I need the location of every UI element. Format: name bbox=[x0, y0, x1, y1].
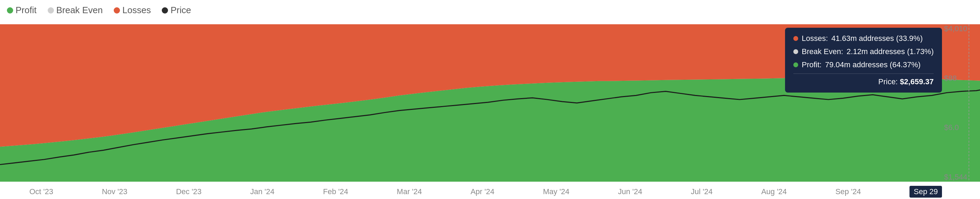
losses-dot bbox=[114, 7, 120, 13]
legend-price-label: Price bbox=[170, 5, 191, 16]
x-label-jul24: Jul '24 bbox=[691, 187, 713, 196]
tooltip: Losses: 41.63m addresses (33.9%) Break E… bbox=[785, 28, 942, 93]
x-label-may24: May '24 bbox=[543, 187, 570, 196]
y-label-right-high: $4,010 bbox=[944, 24, 978, 33]
x-label-dec23: Dec '23 bbox=[176, 187, 202, 196]
tooltip-breakeven-dot bbox=[793, 49, 798, 54]
x-label-apr24: Apr '24 bbox=[471, 187, 494, 196]
x-label-sep24: Sep '24 bbox=[835, 187, 861, 196]
tooltip-profit-label: Profit: bbox=[802, 60, 821, 69]
tooltip-breakeven-label: Break Even: bbox=[802, 47, 843, 56]
x-label-oct23: Oct '23 bbox=[29, 187, 53, 196]
legend-profit-label: Profit bbox=[16, 5, 37, 16]
tooltip-losses-row: Losses: 41.63m addresses (33.9%) bbox=[793, 34, 934, 43]
x-label-jan24: Jan '24 bbox=[250, 187, 274, 196]
tooltip-profit-dot bbox=[793, 63, 798, 67]
tooltip-profit-value: 79.04m addresses (64.37%) bbox=[825, 60, 921, 69]
tooltip-profit-row: Profit: 79.04m addresses (64.37%) bbox=[793, 60, 934, 69]
x-label-nov23: Nov '23 bbox=[102, 187, 127, 196]
tooltip-breakeven-value: 2.12m addresses (1.73%) bbox=[846, 47, 934, 56]
price-dot bbox=[162, 7, 168, 13]
tooltip-price-row: Price: $2,659.37 bbox=[793, 74, 934, 86]
tooltip-losses-value: 41.63m addresses (33.9%) bbox=[831, 34, 923, 43]
tooltip-losses-dot bbox=[793, 36, 798, 41]
x-label-active: Sep 29 bbox=[910, 186, 942, 197]
legend-breakeven-label: Break Even bbox=[56, 5, 103, 16]
x-label-mar24: Mar '24 bbox=[397, 187, 422, 196]
y-label-right-mid2: $6.0 bbox=[944, 123, 978, 132]
legend-losses-label: Losses bbox=[123, 5, 151, 16]
x-label-feb24: Feb '24 bbox=[323, 187, 348, 196]
y-label-right-mid1: $88 bbox=[944, 74, 978, 83]
legend-item-price: Price bbox=[162, 5, 191, 16]
tooltip-price-label: Price: bbox=[878, 77, 898, 86]
tooltip-losses-label: Losses: bbox=[802, 34, 828, 43]
legend-item-losses: Losses bbox=[114, 5, 151, 16]
y-label-right-low: $1,544 bbox=[944, 173, 978, 182]
legend-item-breakeven: Break Even bbox=[48, 5, 103, 16]
profit-dot bbox=[7, 7, 13, 13]
breakeven-dot bbox=[48, 7, 54, 13]
chart-legend: Profit Break Even Losses Price bbox=[7, 5, 191, 16]
x-label-jun24: Jun '24 bbox=[618, 187, 642, 196]
tooltip-breakeven-row: Break Even: 2.12m addresses (1.73%) bbox=[793, 47, 934, 56]
legend-item-profit: Profit bbox=[7, 5, 37, 16]
tooltip-price-value: $2,659.37 bbox=[900, 77, 934, 86]
chart-container: Profit Break Even Losses Price 100.00% 6… bbox=[0, 0, 980, 199]
x-label-aug24: Aug '24 bbox=[761, 187, 787, 196]
x-axis: Oct '23 Nov '23 Dec '23 Jan '24 Feb '24 … bbox=[29, 186, 942, 197]
y-axis-right: $4,010 $88 $6.0 $1,544 bbox=[942, 24, 980, 182]
